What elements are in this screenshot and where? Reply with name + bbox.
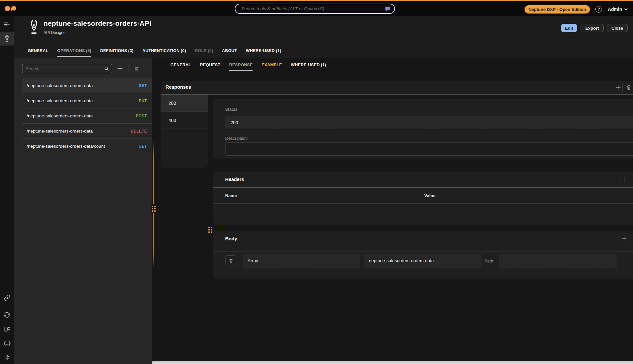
responses-toolbar-divider — [622, 83, 622, 92]
description-input[interactable] — [225, 142, 633, 156]
link-icon[interactable] — [0, 291, 14, 305]
user-name: Admin — [608, 7, 622, 12]
main-tabs: GENERAL OPERATIONS (5) DEFINITIONS (3) A… — [14, 46, 633, 58]
tab-general[interactable]: GENERAL — [28, 46, 48, 56]
tab-about[interactable]: ABOUT — [222, 46, 237, 56]
responses-header: Responses — [161, 81, 633, 95]
operation-path: /neptune-salesorders-orders-data/count — [27, 144, 105, 149]
splitter-grip-handle[interactable] — [208, 226, 212, 234]
help-icon[interactable]: ? — [595, 6, 602, 13]
topbar-right: Neptune DXP - Open Edition ? Admin — [525, 3, 628, 16]
artifact-header: neptune-salesorders-orders-API API Desig… — [14, 16, 633, 46]
response-code-200[interactable]: 200 — [161, 95, 208, 112]
headers-col-value: Value — [424, 193, 436, 198]
operation-path: /neptune-salesorders-orders-data — [27, 98, 93, 103]
tab-where-used[interactable]: WHERE-USED (1) — [246, 46, 281, 56]
description-label: Description: — [225, 136, 248, 141]
body-path-label: Path: — [484, 258, 494, 263]
plug-icon[interactable] — [0, 350, 14, 364]
topbar: Neptune DXP - Open Edition ? Admin — [0, 1, 633, 16]
tab-operations[interactable]: OPERATIONS (5) — [57, 46, 91, 57]
operations-list: /neptune-salesorders-orders-data GET /ne… — [22, 78, 152, 154]
api-designer-page: Neptune DXP - Open Edition ? Admin — [0, 0, 633, 364]
export-button[interactable]: Export — [581, 24, 603, 32]
rail-divider — [0, 289, 14, 289]
run-list-icon[interactable] — [0, 18, 14, 32]
operation-row[interactable]: /neptune-salesorders-orders-data PUT — [22, 93, 152, 108]
method-badge: PUT — [139, 99, 147, 103]
operation-subtabs: GENERAL REQUEST RESPONSE EXAMPLE WHERE-U… — [170, 62, 326, 71]
header-actions: Edit Export Close — [561, 24, 628, 32]
neptune-logo-icon[interactable] — [5, 4, 16, 13]
response-code-400[interactable]: 400 — [161, 112, 208, 129]
subtab-where-used[interactable]: WHERE-USED (1) — [291, 62, 326, 71]
close-button[interactable]: Close — [607, 24, 628, 32]
body-card: Body Array neptune-salesorders-orders-da… — [213, 231, 633, 279]
user-menu[interactable]: Admin — [608, 7, 628, 12]
headers-title: Headers — [225, 177, 244, 182]
method-badge: GET — [138, 83, 147, 88]
search-icon — [104, 66, 109, 71]
method-badge: POST — [136, 114, 147, 118]
operation-row[interactable]: /neptune-salesorders-orders-data GET — [22, 78, 152, 93]
method-badge: DELETE — [131, 129, 147, 134]
edit-button[interactable]: Edit — [561, 24, 578, 32]
body-divider — [213, 252, 633, 252]
operation-path: /neptune-salesorders-orders-data — [27, 129, 93, 134]
add-body-icon[interactable] — [621, 235, 627, 242]
operation-row[interactable]: /neptune-salesorders-orders-data POST — [22, 108, 152, 124]
method-badge: GET — [138, 144, 147, 149]
body-path-input[interactable] — [499, 254, 617, 267]
response-codes-list: 200 400 — [161, 95, 208, 168]
add-response-icon[interactable] — [615, 84, 621, 91]
operation-path: /neptune-salesorders-orders-data — [27, 113, 93, 118]
sync-icon[interactable] — [0, 308, 14, 322]
responses-title: Responses — [166, 84, 191, 90]
operations-search-input[interactable] — [26, 66, 104, 71]
page-title: neptune-salesorders-orders-API — [44, 19, 151, 27]
global-search-input[interactable] — [241, 6, 385, 11]
body-title: Body — [225, 236, 237, 241]
delete-operation-icon[interactable] — [134, 66, 139, 72]
tab-definitions[interactable]: DEFINITIONS (3) — [100, 46, 134, 56]
operation-path: /neptune-salesorders-orders-data — [27, 83, 93, 88]
headers-table-line — [213, 203, 633, 204]
headers-col-name: Name — [225, 193, 237, 198]
headers-card: Headers Name Value — [213, 171, 633, 225]
subtab-example[interactable]: EXAMPLE — [261, 62, 282, 71]
edition-badge: Neptune DXP - Open Edition — [525, 5, 590, 14]
api-designer-icon — [27, 19, 41, 34]
status-label: Status: — [225, 107, 238, 112]
response-form-card: Status: Description: — [213, 99, 633, 159]
operation-row[interactable]: /neptune-salesorders-orders-data/count G… — [22, 139, 152, 154]
chevron-down-icon — [624, 7, 628, 12]
subtab-general[interactable]: GENERAL — [170, 62, 191, 71]
body-type-select[interactable]: Array — [243, 254, 360, 267]
body-definition-select[interactable]: neptune-salesorders-orders-data — [364, 254, 482, 267]
add-operation-icon[interactable] — [117, 65, 123, 72]
subtab-response[interactable]: RESPONSE — [229, 62, 253, 71]
toolbar-divider — [129, 65, 129, 73]
operations-panel: /neptune-salesorders-orders-data GET /ne… — [14, 58, 152, 364]
add-header-icon[interactable] — [621, 176, 627, 182]
splitter-grip-handle[interactable] — [151, 204, 156, 213]
left-icon-rail: {…} — [0, 16, 14, 364]
delete-body-row-button[interactable] — [225, 255, 236, 266]
global-search — [235, 4, 395, 14]
operations-toolbar — [22, 64, 146, 73]
api-designer-rail-icon[interactable] — [0, 32, 14, 46]
code-braces-icon[interactable]: {…} — [0, 336, 14, 350]
tab-role: ROLE (0) — [195, 46, 213, 56]
delete-response-icon[interactable] — [626, 84, 632, 90]
operation-row[interactable]: /neptune-salesorders-orders-data DELETE — [22, 124, 152, 139]
horizontal-scrollbar[interactable] — [152, 361, 633, 364]
operations-search — [22, 64, 112, 73]
status-input[interactable] — [225, 116, 633, 129]
device-connect-icon[interactable] — [0, 322, 14, 336]
subtab-request[interactable]: REQUEST — [200, 62, 221, 71]
headers-divider — [213, 187, 633, 188]
operation-detail: GENERAL REQUEST RESPONSE EXAMPLE WHERE-U… — [152, 58, 633, 364]
trash-icon — [228, 258, 233, 263]
assistant-bubble-icon[interactable] — [385, 6, 391, 12]
tab-authentication[interactable]: AUTHENTICATION (0) — [142, 46, 186, 56]
